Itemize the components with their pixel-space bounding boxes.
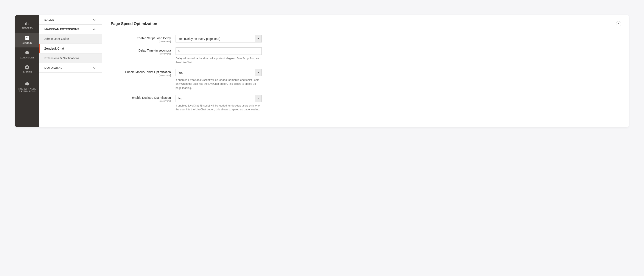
- delay-time-input[interactable]: [176, 48, 262, 55]
- field-mobile-optimization: Enable Mobile/Tablet Optimization [store…: [115, 69, 613, 90]
- nav-label: REPORTS: [16, 27, 38, 30]
- tree-item-label: Zendesk Chat: [44, 47, 64, 50]
- field-desktop-optimization: Enable Desktop Optimization [store view]…: [115, 95, 613, 112]
- field-control-col: No If enabled LiveChat JS script will be…: [176, 95, 262, 112]
- highlighted-settings-group: Enable Script Load Delay [store view] Ye…: [111, 31, 621, 117]
- nav-stores[interactable]: STORES: [15, 33, 39, 48]
- tree-item-zendesk-chat[interactable]: Zendesk Chat: [39, 44, 102, 54]
- tree-section-dotdigital[interactable]: DOTDIGITAL: [39, 63, 102, 73]
- block-icon: [16, 50, 38, 56]
- scope-text: [store view]: [115, 40, 171, 43]
- tree-item-extensions-notifications[interactable]: Extensions & Notifications: [39, 54, 102, 63]
- help-text: If enabled LiveChat JS script will be lo…: [176, 104, 262, 112]
- gear-icon: [16, 64, 38, 70]
- chevron-up-icon: [93, 28, 96, 31]
- main-panel: Page Speed Optimization Enable Script Lo…: [102, 15, 629, 127]
- select-value: Yes: [176, 69, 262, 76]
- storefront-icon: [16, 35, 38, 41]
- section-title: Page Speed Optimization: [111, 22, 157, 26]
- section-header: Page Speed Optimization: [111, 20, 621, 30]
- svg-rect-2: [28, 24, 28, 25]
- config-tree: SALES MAGEFAN EXTENSIONS Admin User Guid…: [39, 15, 102, 127]
- field-label: Enable Script Load Delay: [137, 37, 171, 40]
- script-delay-select[interactable]: Yes (Delay on every page load): [176, 35, 262, 43]
- tree-section-label: DOTDIGITAL: [44, 66, 62, 69]
- bar-chart-icon: [16, 20, 38, 26]
- scope-text: [store view]: [115, 52, 171, 55]
- nav-find-partners[interactable]: FIND PARTNERS & EXTENSIONS: [15, 79, 39, 96]
- chevron-up-icon: [618, 22, 620, 26]
- collapse-section-button[interactable]: [616, 21, 621, 26]
- mobile-optimization-select[interactable]: Yes: [176, 69, 262, 76]
- nav-divider: [18, 78, 36, 78]
- block-icon: [16, 81, 38, 87]
- field-label-col: Enable Desktop Optimization [store view]: [115, 95, 176, 102]
- admin-nav-strip: REPORTS STORES EXTENSIONS SYSTEM F: [15, 15, 39, 127]
- desktop-optimization-select[interactable]: No: [176, 95, 262, 102]
- nav-label: SYSTEM: [16, 71, 38, 74]
- nav-label: FIND PARTNERS & EXTENSIONS: [16, 88, 38, 93]
- field-control-col: Yes If enabled LiveChat JS script will b…: [176, 69, 262, 90]
- admin-window: REPORTS STORES EXTENSIONS SYSTEM F: [15, 15, 629, 127]
- tree-item-label: Admin User Guide: [44, 37, 69, 41]
- field-label: Delay Time (in seconds): [138, 49, 171, 52]
- tree-item-label: Extensions & Notifications: [44, 57, 79, 60]
- nav-label: EXTENSIONS: [16, 57, 38, 59]
- tree-section-sales[interactable]: SALES: [39, 15, 102, 25]
- select-value: Yes (Delay on every page load): [176, 35, 262, 43]
- field-label: Enable Mobile/Tablet Optimization: [125, 70, 171, 74]
- field-label-col: Enable Script Load Delay [store view]: [115, 35, 176, 43]
- field-label-col: Delay Time (in seconds) [store view]: [115, 48, 176, 55]
- help-text: If enabled LiveChat JS script will be lo…: [176, 78, 262, 90]
- svg-rect-1: [26, 22, 27, 25]
- field-label-col: Enable Mobile/Tablet Optimization [store…: [115, 69, 176, 77]
- tree-section-label: SALES: [44, 18, 54, 21]
- nav-system[interactable]: SYSTEM: [15, 62, 39, 77]
- field-script-delay: Enable Script Load Delay [store view] Ye…: [115, 35, 613, 43]
- field-control-col: Yes (Delay on every page load): [176, 35, 262, 43]
- nav-extensions[interactable]: EXTENSIONS: [15, 48, 39, 62]
- help-text: Delay allows to load and run all importa…: [176, 57, 262, 64]
- nav-reports[interactable]: REPORTS: [15, 18, 39, 33]
- field-control-col: Delay allows to load and run all importa…: [176, 48, 262, 64]
- tree-item-admin-user-guide[interactable]: Admin User Guide: [39, 34, 102, 44]
- tree-section-label: MAGEFAN EXTENSIONS: [44, 28, 79, 31]
- chevron-down-icon: [93, 18, 96, 21]
- field-label: Enable Desktop Optimization: [132, 96, 171, 99]
- scope-text: [store view]: [115, 74, 171, 77]
- nav-label: STORES: [16, 42, 38, 45]
- tree-section-magefan[interactable]: MAGEFAN EXTENSIONS: [39, 25, 102, 34]
- chevron-down-icon: [93, 66, 96, 69]
- scope-text: [store view]: [115, 100, 171, 102]
- field-delay-time: Delay Time (in seconds) [store view] Del…: [115, 48, 613, 64]
- svg-rect-0: [25, 23, 26, 25]
- svg-rect-3: [26, 38, 29, 40]
- select-value: No: [176, 95, 262, 102]
